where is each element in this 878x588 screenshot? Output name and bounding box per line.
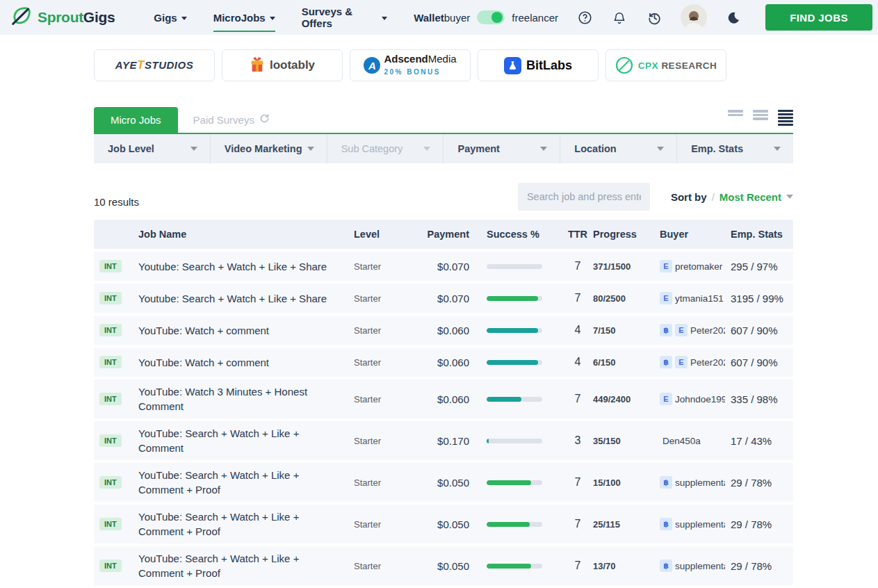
- job-table-header: Job Name Level Payment Success % TTR Pro…: [94, 220, 793, 249]
- job-name[interactable]: YouTube: Search + Watch + Like + Comment…: [138, 468, 354, 497]
- job-buyer[interactable]: E Johndoe19981: [660, 393, 725, 405]
- job-buyer[interactable]: ฿ supplementary: [660, 518, 725, 530]
- job-progress: 25/115: [593, 519, 660, 530]
- job-name[interactable]: Youtube: Search + Watch + Like + Share: [138, 259, 354, 274]
- job-payment: $0.060: [421, 393, 469, 405]
- gift-icon: [250, 56, 265, 75]
- tab-paid-surveys[interactable]: Paid Surveys: [178, 106, 285, 133]
- chevron-down-icon: [382, 17, 387, 20]
- job-row[interactable]: INT YouTube: Search + Watch + Like + Com…: [94, 546, 793, 585]
- filter-emp-stats[interactable]: Emp. Stats: [677, 134, 793, 163]
- job-row[interactable]: INT Youtube: Search + Watch + Like + Sha…: [94, 252, 793, 281]
- buyer-name: Peter2025: [690, 325, 725, 336]
- job-emp-stats: 607 / 90%: [725, 357, 793, 368]
- filter-location[interactable]: Location: [560, 134, 677, 163]
- escrow-badge-icon: E: [660, 292, 672, 304]
- success-rate-bar: [469, 564, 562, 569]
- buyer-badges: ฿: [660, 518, 672, 530]
- job-level-badge: INT: [99, 292, 122, 304]
- job-progress: 371/1500: [593, 261, 660, 272]
- job-row[interactable]: INT YouTube: Search + Watch + Like + Com…: [94, 421, 793, 460]
- filter-sub-category[interactable]: Sub Category: [327, 134, 444, 163]
- job-buyer[interactable]: E pretomaker: [660, 260, 725, 272]
- job-name[interactable]: YouTube: Watch + comment: [138, 355, 354, 370]
- job-progress: 80/2500: [593, 293, 660, 304]
- job-row[interactable]: INT YouTube: Search + Watch + Like + Com…: [94, 463, 793, 502]
- job-name[interactable]: YouTube: Watch + comment: [138, 323, 354, 338]
- tab-micro-jobs[interactable]: Micro Jobs: [94, 107, 178, 133]
- buyer-name: pretomaker: [675, 261, 722, 272]
- job-buyer[interactable]: Den450a: [660, 436, 725, 446]
- adscend-a-icon: A: [364, 57, 380, 74]
- partner-lootably[interactable]: lootably: [222, 49, 343, 81]
- brand-logo[interactable]: SproutGigs: [10, 4, 115, 31]
- job-level-badge: INT: [99, 434, 122, 447]
- role-toggle-switch[interactable]: [477, 10, 505, 24]
- job-row[interactable]: INT Youtube: Search + Watch + Like + Sha…: [94, 284, 793, 313]
- job-buyer[interactable]: ฿E Peter2025: [660, 324, 725, 336]
- buyer-badges: E: [660, 292, 672, 304]
- dark-mode-moon-icon[interactable]: [725, 9, 742, 26]
- freelancer-label: freelancer: [512, 12, 558, 24]
- job-name[interactable]: YouTube: Search + Watch + Like + Comment…: [138, 509, 354, 539]
- job-row[interactable]: INT YouTube: Watch + comment Starter $0.…: [94, 348, 793, 377]
- col-progress: Progress: [593, 229, 660, 240]
- cpx-research-logo: CPX RESEARCH: [638, 60, 717, 71]
- partner-adscend-media[interactable]: A AdscendMedia 20% BONUS: [350, 49, 471, 81]
- chevron-down-icon[interactable]: [786, 195, 793, 199]
- help-icon[interactable]: [576, 9, 593, 26]
- bitcoin-badge-icon: ฿: [660, 476, 672, 489]
- job-row[interactable]: INT YouTube: Watch 3 Minutes + Honest Co…: [94, 379, 793, 418]
- job-progress: 7/150: [593, 325, 660, 336]
- job-row[interactable]: INT YouTube: Search + Watch + Like + Com…: [94, 505, 793, 544]
- main-nav: Gigs MicroJobs Surveys & Offers Wallet: [154, 1, 444, 33]
- bitcoin-badge-icon: ฿: [660, 518, 672, 530]
- history-icon[interactable]: [646, 9, 662, 26]
- job-progress: 13/70: [593, 561, 660, 571]
- buyer-name: supplementary: [675, 477, 725, 488]
- adscend-media-logo: AdscendMedia 20% BONUS: [384, 54, 456, 77]
- job-ttr: 7: [562, 292, 593, 304]
- job-level-badge: INT: [99, 393, 122, 405]
- job-buyer[interactable]: E ytmania151: [660, 292, 725, 304]
- job-name[interactable]: YouTube: Search + Watch + Like + Comment: [138, 426, 354, 455]
- job-buyer[interactable]: ฿ supplementary: [660, 560, 725, 572]
- nav-gigs[interactable]: Gigs: [154, 8, 186, 28]
- partner-bitlabs[interactable]: BitLabs: [478, 49, 599, 81]
- view-cozy-icon[interactable]: [753, 110, 768, 126]
- find-jobs-button[interactable]: FIND JOBS: [765, 4, 872, 31]
- job-buyer[interactable]: ฿E Peter2025: [660, 356, 725, 368]
- nav-wallet[interactable]: Wallet: [414, 8, 444, 28]
- nav-surveys-offers[interactable]: Surveys & Offers: [302, 1, 387, 33]
- filter-category[interactable]: Video Marketing: [211, 134, 327, 163]
- job-row[interactable]: INT YouTube: Watch + comment Starter $0.…: [94, 316, 793, 345]
- job-level: Starter: [354, 394, 421, 405]
- sort-value[interactable]: Most Recent: [720, 191, 781, 203]
- top-navbar: SproutGigs Gigs MicroJobs Surveys & Offe…: [0, 0, 878, 35]
- user-avatar[interactable]: [681, 4, 707, 31]
- job-ttr: 7: [562, 518, 593, 530]
- partner-cpx-research[interactable]: CPX RESEARCH: [605, 49, 726, 81]
- view-comfortable-icon[interactable]: [728, 110, 743, 126]
- partner-logos-row: AYETSTUDIOS lootably A AdscendMedia 20% …: [94, 49, 793, 81]
- filter-job-level[interactable]: Job Level: [94, 134, 211, 163]
- job-buyer[interactable]: ฿ supplementary: [660, 476, 725, 489]
- job-payment: $0.070: [421, 261, 469, 272]
- search-input[interactable]: [518, 183, 650, 211]
- view-compact-icon[interactable]: [778, 110, 793, 126]
- job-progress: 15/100: [593, 477, 660, 488]
- partner-ayet-studios[interactable]: AYETSTUDIOS: [94, 49, 215, 81]
- refresh-icon: [259, 113, 270, 126]
- job-name[interactable]: YouTube: Search + Watch + Like + Comment…: [138, 551, 354, 580]
- job-name[interactable]: Youtube: Search + Watch + Like + Share: [138, 291, 354, 306]
- escrow-badge-icon: E: [675, 356, 688, 368]
- success-rate-bar: [469, 397, 562, 402]
- notifications-bell-icon[interactable]: [611, 9, 628, 26]
- filter-payment[interactable]: Payment: [444, 134, 560, 163]
- nav-microjobs[interactable]: MicroJobs: [213, 8, 275, 28]
- job-level-badge: INT: [99, 518, 122, 530]
- chevron-down-icon: [270, 17, 275, 20]
- job-emp-stats: 607 / 90%: [725, 325, 793, 336]
- job-name[interactable]: YouTube: Watch 3 Minutes + Honest Commen…: [138, 384, 354, 414]
- job-level: Starter: [354, 357, 421, 368]
